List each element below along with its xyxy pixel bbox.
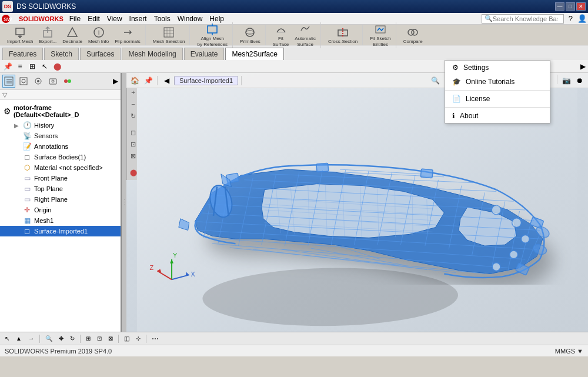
status-right[interactable]: MMGS ▼ (555, 348, 583, 355)
config-tab[interactable] (32, 75, 45, 88)
export-button[interactable]: Export... (36, 25, 59, 45)
tab-evaluate[interactable]: Evaluate (184, 48, 225, 60)
minimize-button[interactable]: — (555, 2, 564, 11)
help-icon[interactable]: ? (569, 14, 573, 23)
close-button[interactable]: ✕ (576, 2, 586, 11)
menu-view[interactable]: View (103, 14, 126, 24)
top-plane-icon: ▭ (22, 185, 32, 193)
search-input[interactable] (493, 15, 557, 22)
tree-item-mesh1[interactable]: ▦ Mesh1 (0, 215, 121, 226)
mesh-selection-icon (163, 26, 175, 38)
bt-3d-button[interactable]: ⊞ (83, 333, 93, 344)
tab-mesh2surface[interactable]: Mesh2Surface (225, 48, 283, 60)
bt-extra-button[interactable]: ⋯ (149, 333, 161, 344)
app-title: DS SOLIDWORKS (16, 2, 76, 11)
bt-reference-button[interactable]: ⊹ (133, 333, 143, 344)
about-item[interactable]: ℹ About (445, 109, 550, 123)
tree-item-surface-bodies[interactable]: ◻ Surface Bodies(1) (0, 152, 121, 162)
tree-item-history[interactable]: ▶ 🕐 History (0, 120, 121, 131)
cross-section-button[interactable]: Cross-Section (326, 25, 360, 45)
bt-arrow-button[interactable]: → (26, 333, 36, 344)
cross-section-label: Cross-Section (328, 39, 358, 44)
settings-menu-item[interactable]: ⚙ Settings (445, 61, 550, 75)
tree-item-right-plane[interactable]: ▭ Right Plane (0, 194, 121, 205)
filter-bar: ▽ (0, 89, 121, 100)
menu-insert[interactable]: Insert (126, 14, 151, 24)
tab-mesh-modeling[interactable]: Mesh Modeling (122, 48, 182, 60)
tree-root-icon: ⚙ (4, 106, 11, 116)
tree-item-material[interactable]: ⬡ Material <not specified> (0, 162, 121, 173)
bt-pan-button[interactable]: ✥ (56, 333, 66, 344)
breadcrumb-tag[interactable]: Surface-Imported1 (174, 76, 238, 85)
bt-rotate-button[interactable]: ↻ (68, 333, 77, 344)
mesh-viewport-3d[interactable]: X Y Z (126, 88, 588, 332)
camera-tab[interactable] (46, 75, 59, 88)
ft-color-button[interactable]: ⬤ (52, 61, 62, 72)
bt-select-button[interactable]: ↖ (2, 333, 12, 344)
mesh-svg: X Y Z (126, 88, 588, 332)
tab-sketch[interactable]: Sketch (44, 48, 79, 60)
panel-expand-button[interactable]: ▶ (113, 77, 118, 85)
bt-grid-button[interactable]: ⊠ (106, 333, 115, 344)
bt-cursor-button[interactable]: ▲ (14, 333, 24, 344)
tree-item-front-plane[interactable]: ▭ Front Plane (0, 173, 121, 184)
vt-home-button[interactable]: 🏠 (129, 75, 141, 86)
tab-surfaces[interactable]: Surfaces (80, 48, 121, 60)
search-box[interactable]: 🔍 (482, 14, 564, 24)
vt-camera-button[interactable]: 📷 (560, 75, 572, 86)
toolbar-group-sketch: Fit Sketch Entities (365, 22, 396, 48)
appearance-tab[interactable] (61, 75, 74, 88)
menu-file[interactable]: File (66, 14, 84, 24)
feature-tree-tab[interactable] (2, 75, 15, 88)
panel-resize-handle[interactable]: · · · (122, 73, 126, 332)
fit-surface-button[interactable]: Fit Surface (270, 22, 292, 48)
tab-features[interactable]: Features (2, 48, 43, 60)
tree-item-sensors[interactable]: 📡 Sensors (0, 131, 121, 141)
ft-list-button[interactable]: ≡ (15, 61, 25, 72)
fit-sketch-button[interactable]: Fit Sketch Entities (368, 22, 393, 48)
search-icon: 🔍 (485, 15, 493, 22)
align-mesh-button[interactable]: Align Mesh by References (195, 22, 230, 48)
ft-pin-button[interactable]: 📌 (2, 61, 13, 72)
primitives-icon (244, 26, 256, 38)
tree-item-top-plane[interactable]: ▭ Top Plane (0, 184, 121, 194)
import-mesh-button[interactable]: Import Mesh (5, 25, 35, 45)
online-tutorials-item[interactable]: 🎓 Online Tutorials (445, 75, 550, 89)
user-icon[interactable]: 👤 (577, 14, 587, 23)
toolbar-group-mesh-sel: Mesh Selection (148, 25, 191, 45)
tree-item-origin[interactable]: ✛ Origin (0, 205, 121, 215)
mesh-info-button[interactable]: i Mesh Info (86, 25, 111, 45)
license-item[interactable]: 📄 License (445, 92, 550, 106)
bt-dim-button[interactable]: ◫ (122, 333, 132, 344)
automatic-surface-button[interactable]: Automatic Surface (292, 22, 318, 48)
ft-grid-button[interactable]: ⊞ (27, 61, 38, 72)
flip-normals-button[interactable]: Flip normals (112, 25, 143, 45)
svg-point-80 (521, 235, 529, 243)
property-tab[interactable] (17, 75, 30, 88)
compare-button[interactable]: Compare (401, 25, 425, 45)
bt-zoom-button[interactable]: 🔍 (43, 333, 55, 344)
tree-item-annotations[interactable]: 📝 Annotations (0, 141, 121, 152)
ft-expand-button[interactable]: ▶ (580, 62, 586, 71)
maximize-button[interactable]: □ (566, 2, 575, 11)
decimate-button[interactable]: Decimate (60, 25, 85, 45)
vt-pin-button[interactable]: 📌 (142, 75, 154, 86)
menu-edit[interactable]: Edit (84, 14, 103, 24)
vt-record-button[interactable]: ⏺ (574, 75, 586, 86)
ft-cursor-button[interactable]: ↖ (39, 61, 50, 72)
tree-item-surface-imported1[interactable]: ◻ Surface-Imported1 (0, 226, 121, 236)
mesh-selection-button[interactable]: Mesh Selection (151, 25, 188, 45)
primitives-button[interactable]: Primitives (238, 25, 263, 45)
titlebar-controls[interactable]: — □ ✕ (555, 2, 586, 11)
fit-surface-sub: Surface (273, 42, 289, 47)
surface-bodies-label: Surface Bodies(1) (34, 154, 86, 161)
menu-tools[interactable]: Tools (151, 14, 174, 24)
front-plane-label: Front Plane (34, 175, 68, 182)
filter-icon: ▽ (2, 91, 7, 99)
fit-sketch-sub: Entities (373, 42, 388, 47)
flip-normals-icon (122, 26, 133, 38)
bt-snap-button[interactable]: ⊡ (95, 333, 104, 344)
breadcrumb-item[interactable]: ◀ (161, 75, 172, 86)
vt-search-button[interactable]: 🔍 (429, 75, 441, 86)
bottom-toolbar: ↖ ▲ → 🔍 ✥ ↻ ⊞ ⊡ ⊠ ◫ ⊹ ⋯ (0, 332, 588, 345)
